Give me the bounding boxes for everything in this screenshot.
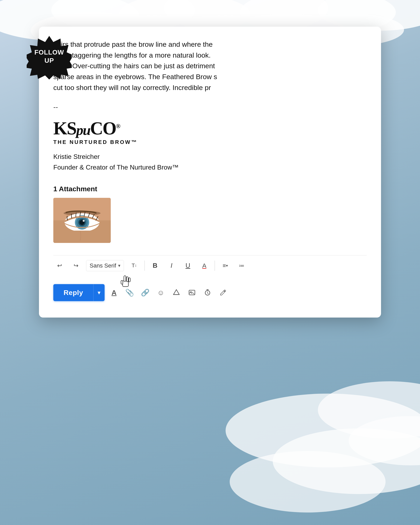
- insert-link-button[interactable]: 🔗: [139, 286, 151, 299]
- toolbar-divider-2: [215, 261, 215, 271]
- attachment-section: 1 Attachment: [53, 185, 367, 243]
- svg-text:UP: UP: [45, 57, 54, 64]
- svg-point-15: [230, 451, 386, 513]
- reply-button[interactable]: Reply: [53, 284, 93, 301]
- align-button[interactable]: ≡▾: [219, 260, 231, 272]
- logo-sub: THE NURTURED BROW™: [53, 139, 367, 145]
- attach-icon: 📎: [125, 288, 134, 297]
- insert-drive-button[interactable]: [170, 286, 182, 299]
- email-signature-divider: --: [53, 103, 367, 111]
- font-name-label: Sans Serif: [90, 262, 116, 269]
- body-line-3: once. Over-cutting the hairs can be just…: [53, 62, 215, 70]
- list-button[interactable]: ≔: [235, 260, 248, 272]
- signature-name: Kristie Streicher Founder & Creator of T…: [53, 151, 367, 172]
- signature-logo: KSpuCO® THE NURTURED BROW™: [53, 119, 367, 145]
- more-options-button[interactable]: [201, 286, 214, 299]
- format-text-button[interactable]: A: [108, 286, 120, 299]
- email-card: hairs that protrude past the brow line a…: [39, 27, 381, 318]
- signer-title: Founder & Creator of The Nurtured Brow™: [53, 162, 367, 173]
- body-line-5: cut too short they will not lay correctl…: [53, 84, 211, 91]
- link-icon: 🔗: [141, 288, 150, 297]
- action-toolbar: Reply ▾ A 📎 🔗 ☺: [53, 280, 367, 303]
- email-body: hairs that protrude past the brow line a…: [53, 39, 367, 93]
- svg-rect-28: [53, 231, 111, 243]
- attachment-title: 1 Attachment: [53, 185, 367, 193]
- pencil-button[interactable]: [217, 286, 229, 299]
- body-line-1: hairs that protrude past the brow line a…: [53, 40, 213, 48]
- italic-button[interactable]: I: [165, 260, 178, 272]
- drive-icon: [173, 289, 180, 296]
- reply-dropdown-button[interactable]: ▾: [93, 284, 105, 301]
- formatting-toolbar: ↩ ↪ Sans Serif ▾ T↕ B I U A ≡▾ ≔: [53, 255, 367, 276]
- redo-button[interactable]: ↪: [70, 260, 82, 272]
- timer-icon: [204, 289, 211, 296]
- reply-btn-group: Reply ▾: [53, 284, 105, 301]
- format-text-icon: A: [112, 289, 117, 297]
- dropdown-arrow-icon: ▾: [98, 290, 100, 296]
- svg-point-27: [83, 220, 85, 222]
- eye-thumbnail-svg: [53, 198, 111, 243]
- body-line-4: sparse areas in the eyebrows. The Feathe…: [53, 73, 217, 81]
- photo-icon: [189, 289, 195, 296]
- font-size-button[interactable]: T↕: [128, 260, 140, 272]
- toolbar-divider-1: [144, 261, 145, 271]
- font-dropdown-arrow: ▾: [118, 263, 120, 268]
- font-selector[interactable]: Sans Serif ▾: [86, 260, 124, 271]
- insert-emoji-button[interactable]: ☺: [155, 286, 167, 299]
- body-line-2: ime, staggering the lengths for a more n…: [53, 51, 211, 59]
- signer-name: Kristie Streicher: [53, 151, 367, 162]
- bold-button[interactable]: B: [149, 260, 161, 272]
- svg-text:FOLLOW: FOLLOW: [34, 49, 64, 56]
- emoji-icon: ☺: [157, 289, 164, 297]
- follow-up-badge: FOLLOW UP: [27, 35, 72, 80]
- attachment-thumbnail[interactable]: [53, 198, 111, 243]
- attach-file-button[interactable]: 📎: [124, 286, 136, 299]
- font-color-button[interactable]: A: [198, 260, 210, 272]
- pencil-icon: [220, 289, 227, 296]
- underline-button[interactable]: U: [182, 260, 194, 272]
- undo-button[interactable]: ↩: [53, 260, 66, 272]
- insert-photo-button[interactable]: [186, 286, 198, 299]
- logo-brand: KSpuCO®: [53, 119, 367, 137]
